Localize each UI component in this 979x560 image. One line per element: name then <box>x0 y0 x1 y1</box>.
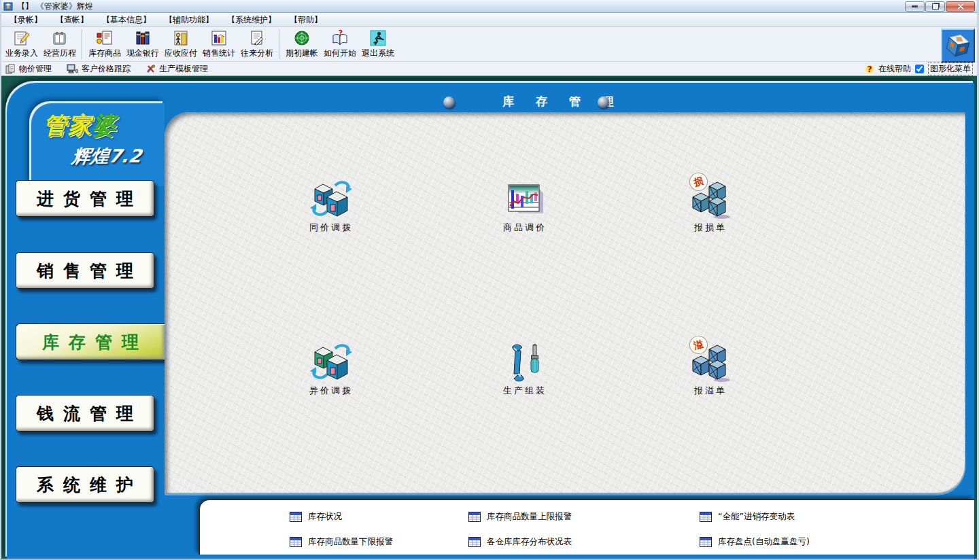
shortcut-diff-price-transfer[interactable]: 异价调拨 <box>287 340 375 397</box>
shortcut-same-price-transfer[interactable]: 同价调拨 <box>287 177 375 234</box>
toolbar-button-business-entry[interactable]: 业务录入 <box>3 29 41 60</box>
sidebar-item-sales[interactable]: 销售管理 <box>16 252 154 289</box>
close-button[interactable] <box>946 1 975 12</box>
close-icon <box>957 3 963 10</box>
online-help-icon: ? <box>865 64 874 74</box>
toolbar-button-label: 业务录入 <box>5 48 38 59</box>
toolbar-button-sales-statistics[interactable]: 销售统计 <box>200 29 238 60</box>
app-icon <box>3 1 13 11</box>
toolbar-button-label: 库存商品 <box>88 48 121 59</box>
minimize-button[interactable] <box>905 1 925 12</box>
toolbar-button-receivable-payable[interactable]: 应收应付 <box>162 29 200 60</box>
graphic-menu-label[interactable]: 图形化菜单 <box>928 63 973 75</box>
table-icon <box>290 512 302 522</box>
menu-item-auxiliary[interactable]: 【辅助功能】 <box>158 13 220 27</box>
toolbar2-price-management[interactable]: 物价管理 <box>5 63 52 75</box>
ledger-icon <box>51 29 69 47</box>
link-stocktake[interactable]: 库存盘点(自动盘赢盘亏) <box>700 536 810 548</box>
toolbar-button-initial-account[interactable]: 期初建帐 <box>283 29 321 60</box>
link-label: 各仓库库存分布状况表 <box>487 536 572 548</box>
online-help-link[interactable]: 在线帮助 <box>878 63 911 75</box>
link-label: 库存商品数量下限报警 <box>308 536 393 548</box>
app-window: 【】 《管家婆》辉煌 【录帐】 【查帐】 【基本信息】 【辅助功能】 【系统维护… <box>0 0 979 560</box>
exit-system-icon <box>369 29 387 47</box>
menu-item-help[interactable]: 【帮助】 <box>283 13 329 27</box>
brand-text-2: 婆 <box>92 111 117 139</box>
analysis-doc-icon <box>248 29 266 47</box>
toolbar-button-business-history[interactable]: 经营历程 <box>41 29 79 60</box>
warehouse-transfer-same-icon <box>309 178 353 219</box>
toolbar-button-label: 如何开始 <box>324 48 356 59</box>
sidebar: 管家婆 辉煌7.2 进货管理 销售管理 库存管理 钱流管理 系统维护 <box>7 83 165 559</box>
decor-sphere-icon <box>598 97 609 108</box>
link-label: 库存商品数量上限报警 <box>487 511 572 523</box>
toolbar2-production-template[interactable]: 生产模板管理 <box>145 63 208 75</box>
toolbar-separator <box>82 29 83 59</box>
menu-bar: 【录帐】 【查帐】 【基本信息】 【辅助功能】 【系统维护】 【帮助】 <box>1 13 977 27</box>
shortcut-label: 商品调价 <box>481 222 569 234</box>
table-icon <box>290 537 302 547</box>
toolbar2-label: 物价管理 <box>19 63 52 75</box>
menu-item-query[interactable]: 【查帐】 <box>49 13 95 27</box>
assembly-tools-icon <box>506 344 544 382</box>
table-icon <box>468 512 481 522</box>
table-icon <box>700 537 712 547</box>
window-title: 【】 《管家婆》辉煌 <box>17 1 93 12</box>
brand-logo: 管家婆 <box>44 110 117 141</box>
toolbar2-customer-price-tracking[interactable]: 客户价格跟踪 <box>67 63 131 75</box>
page-title: 库 存 管 理 <box>165 94 961 109</box>
price-docs-icon <box>5 64 16 74</box>
restore-button[interactable] <box>925 1 945 12</box>
link-warehouse-distribution[interactable]: 各仓库库存分布状况表 <box>468 536 700 548</box>
sidebar-item-system-maintenance[interactable]: 系统维护 <box>16 466 154 503</box>
sidebar-item-purchase[interactable]: 进货管理 <box>16 180 154 217</box>
table-icon <box>700 512 712 522</box>
template-tools-icon <box>145 64 156 74</box>
toolbar-separator <box>279 29 280 59</box>
content-area: 同价调拨 <box>165 112 965 493</box>
brand-cube-panel <box>941 29 975 63</box>
how-to-start-icon: ? <box>331 29 349 47</box>
toolbar-button-label: 期初建帐 <box>286 48 318 59</box>
shortcut-production-assembly[interactable]: 生产组装 <box>481 340 569 397</box>
toolbar-button-transaction-analysis[interactable]: 往来分析 <box>238 29 276 60</box>
toolbar2-label: 客户价格跟踪 <box>82 63 131 75</box>
warehouse-transfer-diff-icon <box>309 341 353 382</box>
table-icon <box>468 537 481 547</box>
toolbar-button-how-to-start[interactable]: ? 如何开始 <box>321 29 359 60</box>
link-lower-limit-alarm[interactable]: 库存商品数量下限报警 <box>290 536 468 548</box>
menu-item-system-maintenance[interactable]: 【系统维护】 <box>220 13 283 27</box>
initial-account-icon <box>293 29 311 47</box>
edition-logo: 辉煌7.2 <box>70 144 143 169</box>
restore-icon <box>932 3 939 10</box>
toolbar-button-inventory-goods[interactable]: 库存商品 <box>86 29 124 60</box>
link-allround-change-table[interactable]: “全能”进销存变动表 <box>700 511 810 523</box>
minimize-icon <box>912 5 918 7</box>
shortcut-loss-report[interactable]: 损 报损单 <box>666 177 755 234</box>
toolbar-button-label: 应收应付 <box>165 48 197 59</box>
svg-text:?: ? <box>339 29 343 37</box>
toolbar-button-exit-system[interactable]: 退出系统 <box>359 29 397 60</box>
shortcut-surplus-report[interactable]: 溢 报溢单 <box>666 340 755 397</box>
toolbar-button-cash-bank[interactable]: 现金银行 <box>124 29 162 60</box>
main-toolbar: 业务录入 经营历程 库存商品 <box>1 27 977 62</box>
shortcut-label: 报损单 <box>666 222 755 234</box>
menu-item-record[interactable]: 【录帐】 <box>3 13 49 27</box>
menu-item-basic-info[interactable]: 【基本信息】 <box>95 13 158 27</box>
shortcut-goods-price-adjust[interactable]: 商品调价 <box>481 177 569 234</box>
title-bar: 【】 《管家婆》辉煌 <box>1 0 977 13</box>
shortcut-label: 同价调拨 <box>287 222 375 234</box>
sidebar-item-cash-flow[interactable]: 钱流管理 <box>16 395 154 432</box>
brand-text-1: 管家 <box>44 111 92 139</box>
link-inventory-status[interactable]: 库存状况 <box>290 511 468 523</box>
cash-bank-icon <box>134 29 152 47</box>
toolbar2-label: 生产模板管理 <box>159 63 208 75</box>
blue-shell: 管家婆 辉煌7.2 进货管理 销售管理 库存管理 钱流管理 系统维护 库 存 管… <box>7 83 974 559</box>
link-upper-limit-alarm[interactable]: 库存商品数量上限报警 <box>468 511 700 523</box>
goods-icon <box>96 29 114 47</box>
graphic-menu-checkbox[interactable] <box>915 65 924 73</box>
sidebar-item-inventory[interactable]: 库存管理 <box>16 323 165 360</box>
toolbar-button-label: 现金银行 <box>126 48 159 59</box>
shortcut-label: 生产组装 <box>481 385 569 397</box>
shortcut-label: 异价调拨 <box>287 385 375 397</box>
